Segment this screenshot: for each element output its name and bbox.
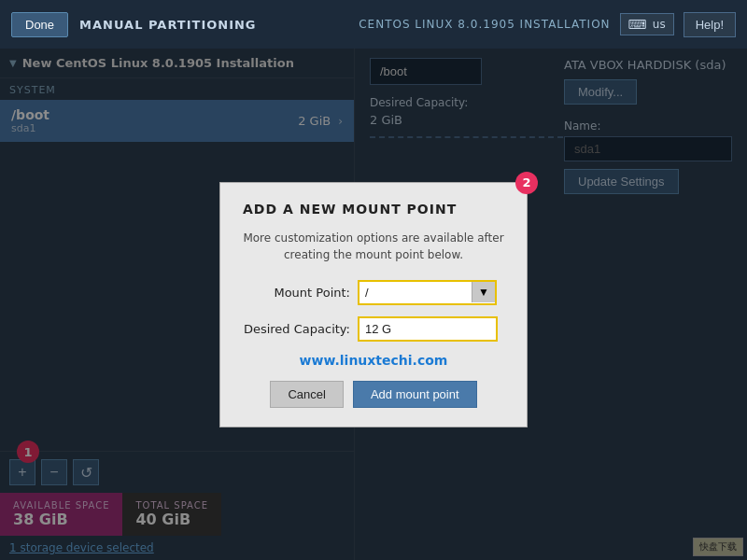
dialog-mount-point-row: Mount Point: ▼ bbox=[243, 280, 504, 305]
top-header: Done MANUAL PARTITIONING CENTOS LINUX 8.… bbox=[0, 0, 747, 49]
dialog-capacity-row: Desired Capacity: bbox=[243, 316, 504, 342]
dialog-buttons: Cancel Add mount point bbox=[243, 381, 504, 408]
add-mount-point-dialog: 2 ADD A NEW MOUNT POINT More customizati… bbox=[219, 182, 528, 427]
dialog-mount-point-wrap: ▼ bbox=[358, 280, 497, 305]
main-content: ▼ New CentOS Linux 8.0.1905 Installation… bbox=[0, 49, 747, 560]
keyboard-icon: ⌨ bbox=[628, 17, 647, 32]
badge-2: 2 bbox=[515, 172, 538, 194]
help-button[interactable]: Help! bbox=[684, 12, 736, 37]
keyboard-lang: us bbox=[653, 18, 666, 31]
dialog-mount-point-dropdown[interactable]: ▼ bbox=[472, 282, 495, 302]
dialog-overlay: 2 ADD A NEW MOUNT POINT More customizati… bbox=[0, 49, 747, 560]
dialog-mount-point-label: Mount Point: bbox=[243, 286, 350, 300]
header-title: MANUAL PARTITIONING bbox=[79, 18, 256, 32]
done-button[interactable]: Done bbox=[11, 12, 68, 37]
keyboard-input[interactable]: ⌨ us bbox=[620, 13, 674, 35]
header-right: CENTOS LINUX 8.0.1905 INSTALLATION ⌨ us … bbox=[359, 12, 736, 37]
dialog-capacity-input[interactable] bbox=[358, 316, 498, 342]
dialog-capacity-label: Desired Capacity: bbox=[243, 322, 350, 336]
header-left: Done MANUAL PARTITIONING bbox=[11, 12, 257, 37]
cancel-button[interactable]: Cancel bbox=[270, 381, 343, 408]
dialog-title: ADD A NEW MOUNT POINT bbox=[243, 202, 504, 217]
dialog-description: More customization options are available… bbox=[243, 230, 504, 263]
add-mount-point-button[interactable]: Add mount point bbox=[353, 381, 477, 408]
right-title: CENTOS LINUX 8.0.1905 INSTALLATION bbox=[359, 18, 610, 31]
dialog-mount-point-input[interactable] bbox=[359, 282, 472, 303]
watermark: www.linuxtechi.com bbox=[243, 353, 504, 368]
